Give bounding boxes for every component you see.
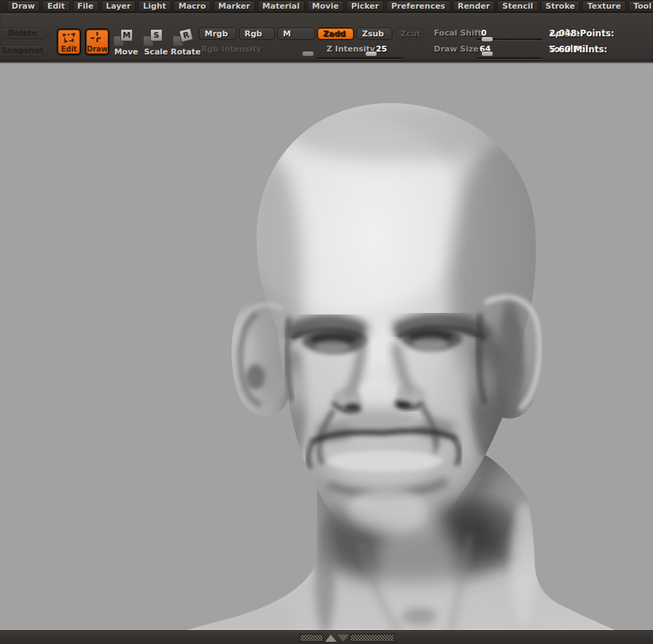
menu-item[interactable]: Preferences <box>386 1 450 12</box>
draw-button-label: Draw <box>86 45 107 54</box>
sculpt-canvas[interactable] <box>0 62 653 630</box>
menu-item[interactable]: Stencil <box>497 1 538 12</box>
top-shelf: Delete Snapshot Edit Draw M Move <box>0 13 653 62</box>
scrollbar-thumb-right[interactable] <box>350 634 395 642</box>
menu-item[interactable]: Light <box>138 1 171 12</box>
scrollbar-thumb-left[interactable] <box>300 634 324 642</box>
scale-mode-button[interactable]: S Scale <box>141 29 171 57</box>
total-points-value: 5.60 Mil <box>549 44 588 54</box>
scale-button-label: Scale <box>141 47 171 57</box>
delete-button[interactable]: Delete <box>0 28 49 39</box>
menu-item[interactable]: Layer <box>101 1 136 12</box>
menu-item[interactable]: Material <box>258 1 305 12</box>
menu-item[interactable]: Texture <box>582 1 626 12</box>
snapshot-button[interactable]: Snapshot <box>0 45 49 57</box>
rotate-icon-letter: R <box>178 28 194 43</box>
edit-button-label: Edit <box>61 45 77 54</box>
menu-item[interactable]: Stroke <box>541 1 580 12</box>
menu-item[interactable]: Draw <box>7 1 40 12</box>
draw-size-slider-handle[interactable] <box>481 51 493 57</box>
menu-item[interactable]: Tool <box>628 1 653 12</box>
zbrush-window: DrawEditFileLayerLightMacroMarkerMateria… <box>0 0 653 644</box>
menu-item[interactable]: File <box>73 1 99 12</box>
move-mode-button[interactable]: M Move <box>111 29 141 57</box>
rotate-button-label: Rotate <box>171 47 201 57</box>
rgb-button[interactable]: Rgb <box>239 28 275 40</box>
scroll-down-arrow-icon[interactable] <box>337 635 349 642</box>
mrgb-button[interactable]: Mrgb <box>199 28 237 40</box>
m-button[interactable]: M <box>277 28 315 40</box>
menu-item[interactable]: Movie <box>307 1 344 12</box>
menu-item[interactable]: Picker <box>346 1 384 12</box>
move-icon-letter: M <box>120 29 133 41</box>
menu-item[interactable]: Macro <box>173 1 211 12</box>
sculpted-head-render[interactable] <box>0 63 653 630</box>
scale-icon-letter: S <box>150 29 163 41</box>
edit-mode-button[interactable]: Edit <box>57 28 81 55</box>
draw-size-slider-track[interactable] <box>477 57 542 59</box>
focal-shift-slider-label: Focal Shift <box>434 28 482 38</box>
horizontal-scrollbar <box>0 630 653 644</box>
focal-shift-slider-handle[interactable] <box>481 36 493 42</box>
rgb-intensity-slider-label: Rgb Intensity <box>201 44 261 54</box>
rotate-mode-button[interactable]: R Rotate <box>171 29 201 57</box>
move-button-label: Move <box>111 47 141 57</box>
menu-bar: DrawEditFileLayerLightMacroMarkerMateria… <box>0 0 653 13</box>
rgb-intensity-slider-handle[interactable] <box>302 51 314 57</box>
menu-item[interactable]: Marker <box>213 1 255 12</box>
zcut-button[interactable]: Zcut <box>395 28 424 40</box>
scroll-up-arrow-icon[interactable] <box>325 635 337 642</box>
menu-item[interactable]: Edit <box>42 1 70 12</box>
scrollbar-arrows <box>324 632 350 643</box>
z-intensity-slider-track[interactable] <box>317 57 402 59</box>
marquee-icon <box>61 32 77 44</box>
zsub-button[interactable]: Zsub <box>356 28 393 40</box>
draw-mode-button[interactable]: Draw <box>85 28 110 55</box>
draw-size-slider-label: Draw Size <box>434 44 479 54</box>
z-intensity-slider-value: 25 <box>376 44 387 54</box>
active-points-value: 2,048 <box>549 28 577 38</box>
z-intensity-slider-handle[interactable] <box>365 51 377 57</box>
menu-item[interactable]: Render <box>453 1 496 12</box>
zadd-button[interactable]: Zadd <box>317 28 354 40</box>
crosshair-icon <box>89 32 105 44</box>
